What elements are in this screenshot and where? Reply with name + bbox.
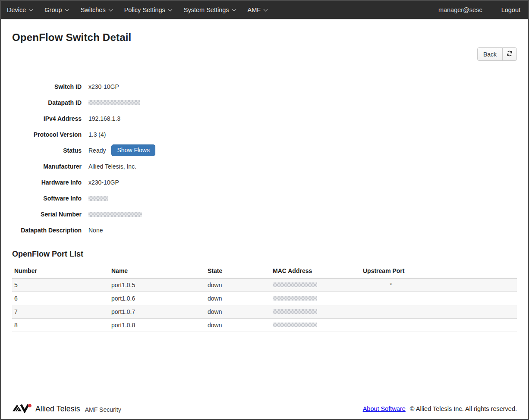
page-toolbar: Back [12,47,517,61]
detail-value [88,100,140,105]
column-header-mac-address: MAC Address [271,264,361,278]
detail-label: Protocol Version [12,131,82,138]
redacted-mac-value [273,282,317,287]
detail-value [88,196,108,201]
table-row: 6 port1.0.6 down [12,292,517,305]
logout-button[interactable]: Logout [495,1,528,19]
port-state-cell: down [205,305,271,319]
detail-value: None [88,227,103,234]
port-name-cell: port1.0.5 [109,278,205,292]
detail-row-software-info: Software Info [12,190,517,206]
detail-label: Manufacturer [12,163,82,170]
detail-label: Hardware Info [12,179,82,186]
show-flows-button[interactable]: Show Flows [111,144,155,156]
detail-label: IPv4 Address [12,115,82,122]
detail-row-manufacturer: Manufacturer Allied Telesis, Inc. [12,158,517,174]
redacted-mac-value [273,309,317,314]
column-header-number: Number [12,264,109,278]
detail-value: Allied Telesis, Inc. [88,163,136,170]
detail-row-switch-id: Switch ID x230-10GP [12,78,517,94]
detail-label: Switch ID [12,83,82,90]
detail-row-serial-number: Serial Number [12,206,517,222]
nav-item-switches[interactable]: Switches [75,1,118,19]
port-name-cell: port1.0.6 [109,292,205,305]
chevron-down-icon [65,7,69,12]
nav-item-amf[interactable]: AMF [242,1,274,19]
redacted-value [88,212,142,217]
port-mac-cell [271,278,361,292]
detail-value: Ready Show Flows [88,144,155,156]
port-state-cell: down [205,292,271,305]
detail-label: Datapath Description [12,227,82,234]
detail-row-hardware-info: Hardware Info x230-10GP [12,174,517,190]
footer-brand: Allied Telesis AMF Security [12,403,121,415]
detail-row-ipv4-address: IPv4 Address 192.168.1.3 [12,110,517,126]
user-account-label: manager@sesc [438,1,495,19]
refresh-icon [506,50,513,58]
port-name-cell: port1.0.8 [109,319,205,332]
detail-row-protocol-version: Protocol Version 1.3 (4) [12,126,517,142]
detail-label: Status [12,147,82,154]
port-number-cell: 7 [12,305,109,319]
chevron-down-icon [108,7,113,12]
nav-item-label: Device [7,6,26,13]
about-software-link[interactable]: About Software [363,405,406,412]
top-navbar: Device Group Switches Policy Settings Sy… [1,1,528,19]
detail-label: Software Info [12,195,82,202]
port-upstream-cell [361,305,517,319]
detail-value: x230-10GP [88,179,119,186]
port-mac-cell [271,319,361,332]
app-window: Device Group Switches Policy Settings Sy… [0,0,529,420]
detail-row-status: Status Ready Show Flows [12,142,517,158]
status-value: Ready [88,147,106,154]
detail-row-datapath-id: Datapath ID [12,94,517,110]
detail-label: Serial Number [12,211,82,218]
redacted-value [88,100,140,105]
nav-item-label: Policy Settings [124,6,165,13]
product-name: AMF Security [85,405,121,413]
detail-value: 1.3 (4) [88,131,106,138]
redacted-mac-value [273,296,317,301]
detail-value: x230-10GP [88,83,119,90]
brand-name: Allied Telesis [35,404,80,414]
nav-item-system-settings[interactable]: System Settings [178,1,242,19]
chevron-down-icon [232,7,236,12]
chevron-down-icon [168,7,172,12]
copyright-text: © Allied Telesis Inc. All rights reserve… [410,405,517,412]
port-mac-cell [271,292,361,305]
nav-item-policy-settings[interactable]: Policy Settings [118,1,178,19]
nav-item-group[interactable]: Group [38,1,74,19]
port-name-cell: port1.0.7 [109,305,205,319]
main-content: OpenFlow Switch Detail Back [1,19,528,400]
page-title: OpenFlow Switch Detail [12,31,517,44]
nav-item-label: Switches [81,6,106,13]
footer-legal: About Software © Allied Telesis Inc. All… [363,405,517,412]
port-mac-cell [271,305,361,319]
port-number-cell: 8 [12,319,109,332]
nav-item-label: AMF [248,6,261,13]
allied-telesis-logo [12,403,32,415]
table-row: 7 port1.0.7 down [12,305,517,319]
back-button[interactable]: Back [477,47,503,61]
detail-value: 192.168.1.3 [88,115,120,122]
port-upstream-cell [361,292,517,305]
port-number-cell: 6 [12,292,109,305]
detail-row-datapath-description: Datapath Description None [12,222,517,238]
detail-label: Datapath ID [12,99,82,106]
table-header-row: Number Name State MAC Address Upstream P… [12,264,517,278]
detail-value [88,212,142,217]
port-state-cell: down [205,319,271,332]
nav-menu: Device Group Switches Policy Settings Sy… [1,1,273,19]
port-upstream-cell [361,319,517,332]
refresh-button[interactable] [502,47,517,61]
port-table: Number Name State MAC Address Upstream P… [12,264,517,332]
chevron-down-icon [29,7,33,12]
port-upstream-cell: * [361,278,517,292]
nav-item-device[interactable]: Device [1,1,38,19]
redacted-mac-value [273,323,317,327]
chevron-down-icon [264,7,268,12]
port-list-title: OpenFlow Port List [12,250,517,259]
column-header-name: Name [109,264,205,278]
table-row: 5 port1.0.5 down * [12,278,517,292]
nav-right: manager@sesc Logout [438,1,528,19]
